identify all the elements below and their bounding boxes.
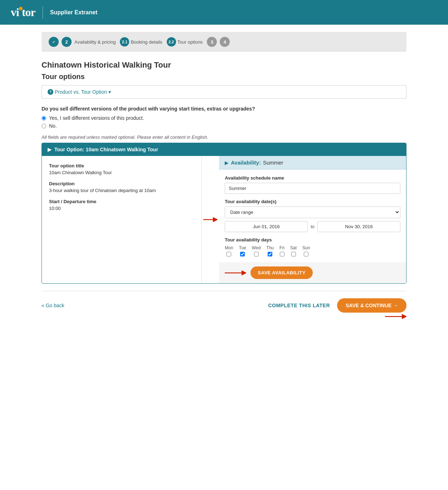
- complete-later-link[interactable]: COMPLETE THIS LATER: [268, 303, 330, 308]
- site-header: vitor Supplier Extranet: [0, 0, 448, 25]
- step-2-number: 2: [65, 39, 68, 45]
- availability-schedule-name: Summer: [263, 160, 283, 166]
- tour-option-header-text: Tour Option: 10am Chinatown Walking Tour: [54, 147, 158, 152]
- go-back-link[interactable]: « Go back: [42, 303, 64, 308]
- tour-option-body: Tour option title 10am Chinatown Walking…: [42, 156, 406, 283]
- header-subtitle: Supplier Extranet: [50, 9, 97, 16]
- required-note: All fields are required unless marked op…: [42, 134, 406, 140]
- sub-step-22-circle: 2.2: [167, 37, 176, 46]
- save-continue-arrow: [385, 313, 406, 321]
- availability-title: Availability:: [231, 160, 261, 166]
- days-label: Tour availability days: [225, 237, 400, 242]
- progress-bar: ✓ 2 Availability & pricing 2.1 Booking d…: [42, 32, 406, 52]
- info-link-text: Product vs. Tour Option: [55, 89, 107, 95]
- radio-no[interactable]: [42, 124, 46, 128]
- schedule-name-group: Availability schedule name: [225, 175, 400, 194]
- description-label: Description: [49, 181, 194, 186]
- day-item-sun: Sun: [302, 245, 310, 256]
- day-label-tue: Tue: [239, 245, 246, 250]
- save-availability-row: SAVE AVAILABILITY: [219, 262, 406, 283]
- step-1-check: ✓: [52, 40, 55, 44]
- availability-days-group: Tour availability days Mon Tue Wed Thu F…: [225, 237, 400, 256]
- left-panel: Tour option title 10am Chinatown Walking…: [42, 156, 202, 283]
- radio-yes-label[interactable]: Yes, I sell different versions of this p…: [49, 115, 144, 121]
- step-3-number: 3: [211, 39, 213, 45]
- day-checkbox-sun[interactable]: [304, 252, 308, 256]
- start-time-value: 10:00: [49, 206, 194, 211]
- logo: vitor: [11, 6, 35, 19]
- date-to-separator: to: [311, 224, 315, 229]
- question-text: Do you sell different versions of the pr…: [42, 106, 406, 112]
- radio-yes[interactable]: [42, 116, 46, 121]
- day-checkbox-wed[interactable]: [254, 252, 259, 256]
- day-item-sat: Sat: [290, 245, 297, 256]
- day-checkbox-sat[interactable]: [291, 252, 296, 256]
- availability-body: Availability schedule name Tour availabi…: [219, 170, 406, 283]
- radio-no-option: No.: [42, 123, 406, 129]
- logo-dot: [19, 7, 23, 10]
- save-continue-button[interactable]: SAVE & CONTINUE →: [337, 298, 406, 313]
- sub-step-22-number: 2.2: [169, 40, 174, 44]
- day-checkbox-mon[interactable]: [227, 252, 231, 256]
- date-from-input[interactable]: [225, 221, 308, 232]
- info-box: ? Product vs. Tour Option ▾: [42, 85, 406, 99]
- description-value: 3-hour walking tour of Chinatown departi…: [49, 188, 194, 193]
- arrow-to-availability: [202, 156, 219, 283]
- step-3-circle: 3: [207, 37, 217, 47]
- date-range-row: to: [225, 221, 400, 232]
- day-item-mon: Mon: [225, 245, 233, 256]
- tour-option-expand-icon: ▶: [48, 147, 52, 152]
- tour-option-header: ▶ Tour Option: 10am Chinatown Walking To…: [42, 143, 406, 156]
- day-label-thu: Thu: [266, 245, 274, 250]
- day-item-thu: Thu: [266, 245, 274, 256]
- page-title: Chinatown Historical Walking Tour: [42, 60, 406, 70]
- day-item-fri: Fri: [279, 245, 284, 256]
- day-label-wed: Wed: [252, 245, 260, 250]
- day-checkbox-fri[interactable]: [280, 252, 284, 256]
- days-grid: Mon Tue Wed Thu Fri Sat Sun: [225, 245, 400, 256]
- radio-no-label[interactable]: No.: [49, 123, 57, 129]
- product-vs-tour-link[interactable]: ? Product vs. Tour Option ▾: [48, 89, 400, 95]
- date-type-select[interactable]: Date range: [225, 206, 400, 218]
- step-2-label: Availability & pricing: [74, 39, 116, 45]
- save-arrow-icon: [225, 269, 246, 276]
- title-value: 10am Chinatown Walking Tour: [49, 170, 194, 175]
- save-availability-button[interactable]: SAVE AVAILABILITY: [250, 266, 313, 279]
- day-checkbox-tue[interactable]: [240, 252, 245, 256]
- step-4-circle: 4: [220, 37, 230, 47]
- page-wrapper: vitor Supplier Extranet ✓ 2 Availability…: [0, 0, 448, 490]
- availability-expand-icon: ▶: [225, 160, 229, 166]
- tour-option-container: ▶ Tour Option: 10am Chinatown Walking To…: [42, 143, 406, 284]
- header-divider: [43, 6, 43, 19]
- sub-step-22-label: Tour options: [177, 39, 203, 45]
- sub-step-21-number: 2.1: [122, 40, 127, 44]
- red-arrow-icon: [203, 216, 218, 223]
- availability-header: ▶ Availability: Summer: [219, 156, 406, 170]
- dates-label: Tour availability date(s): [225, 199, 400, 204]
- sub-step-21: 2.1 Booking details: [120, 37, 164, 46]
- content-wrapper: ✓ 2 Availability & pricing 2.1 Booking d…: [31, 25, 417, 327]
- step-2-circle: 2: [62, 37, 72, 47]
- save-continue-wrapper: SAVE & CONTINUE →: [337, 298, 406, 313]
- day-item-tue: Tue: [239, 245, 246, 256]
- day-item-wed: Wed: [252, 245, 260, 256]
- radio-yes-option: Yes, I sell different versions of this p…: [42, 115, 406, 121]
- date-to-input[interactable]: [317, 221, 400, 232]
- section-title: Tour options: [42, 73, 406, 81]
- day-label-sat: Sat: [290, 245, 297, 250]
- start-time-label: Start / Departure time: [49, 199, 194, 204]
- sub-step-22: 2.2 Tour options: [167, 37, 204, 46]
- dropdown-icon: ▾: [108, 89, 111, 95]
- info-icon: ?: [48, 89, 53, 95]
- day-label-mon: Mon: [225, 245, 233, 250]
- schedule-name-label: Availability schedule name: [225, 175, 400, 181]
- availability-dates-group: Tour availability date(s) Date range to: [225, 199, 400, 232]
- title-label: Tour option title: [49, 163, 194, 168]
- day-checkbox-thu[interactable]: [268, 252, 272, 256]
- footer-right: COMPLETE THIS LATER SAVE & CONTINUE →: [268, 298, 406, 313]
- schedule-name-input[interactable]: [225, 183, 400, 194]
- sub-step-21-label: Booking details: [131, 39, 162, 45]
- logo-text: vitor: [11, 6, 35, 19]
- page-footer: « Go back COMPLETE THIS LATER SAVE & CON…: [42, 291, 406, 316]
- day-label-sun: Sun: [302, 245, 310, 250]
